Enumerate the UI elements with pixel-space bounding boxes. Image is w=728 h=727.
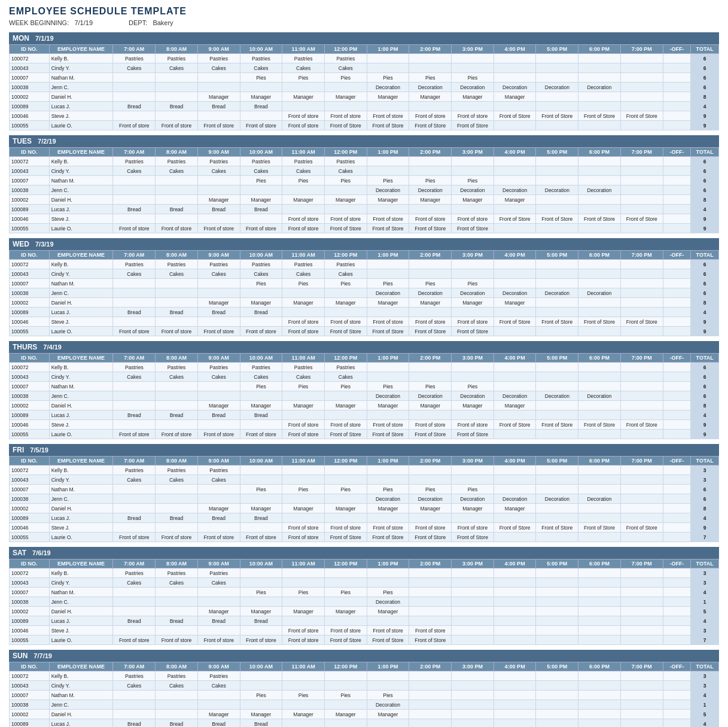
col-header-5: 10:00 AM — [240, 662, 282, 671]
col-header-13: 6:00 PM — [578, 148, 621, 157]
cell-3-14 — [620, 494, 663, 504]
app-title: EMPLOYEE SCHEDULE TEMPLATE — [9, 6, 719, 17]
cell-0-8 — [367, 54, 409, 63]
cell-6-14: Front of Store — [620, 523, 663, 533]
cell-7-10: Front of Store — [452, 533, 494, 542]
col-header-16: TOTAL — [691, 45, 719, 54]
cell-4-3 — [156, 298, 198, 308]
cell-2-13 — [578, 588, 621, 597]
col-header-6: 11:00 AM — [282, 148, 325, 157]
col-header-2: 7:00 AM — [113, 251, 156, 260]
cell-3-4 — [197, 83, 240, 92]
cell-0-10 — [452, 568, 494, 578]
table-row: 100089Lucas J.BreadBreadBreadBread4 — [10, 513, 719, 523]
cell-4-6: Manager — [282, 298, 325, 308]
table-row: 100043Cindy Y.CakesCakesCakesCakesCakesC… — [10, 63, 719, 73]
col-header-16: TOTAL — [691, 457, 719, 466]
cell-3-2 — [113, 700, 156, 710]
cell-1-6 — [282, 578, 325, 588]
cell-7-13 — [578, 121, 621, 130]
col-header-8: 1:00 PM — [367, 251, 409, 260]
cell-3-12: Decoration — [536, 391, 578, 401]
cell-5-10 — [452, 719, 494, 728]
cell-7-3: Front of store — [156, 533, 198, 542]
table-row: 100002Daniel H.ManagerManagerManagerMana… — [10, 298, 719, 308]
cell-3-7 — [324, 700, 367, 710]
cell-5-11 — [494, 513, 536, 523]
cell-0-14 — [620, 157, 663, 166]
cell-2-14 — [620, 73, 663, 83]
week-label: WEEK BEGINNING: — [9, 19, 69, 26]
cell-3-10: Decoration — [452, 288, 494, 298]
cell-1-9 — [409, 269, 452, 279]
cell-5-11 — [494, 308, 536, 317]
cell-3-15 — [663, 700, 691, 710]
cell-5-1: Lucas J. — [49, 205, 113, 214]
cell-3-11 — [494, 700, 536, 710]
day-label: FRI — [13, 446, 24, 454]
cell-5-10 — [452, 616, 494, 626]
cell-1-14 — [620, 166, 663, 176]
cell-5-4: Bread — [197, 308, 240, 317]
col-header-2: 7:00 AM — [113, 662, 156, 671]
cell-4-0: 100002 — [10, 92, 50, 102]
cell-0-13 — [578, 157, 621, 166]
cell-2-9: Pies — [409, 382, 452, 391]
cell-3-2 — [113, 185, 156, 195]
cell-0-9 — [409, 568, 452, 578]
cell-5-13 — [578, 616, 621, 626]
col-header-10: 3:00 PM — [452, 662, 494, 671]
cell-6-14: Front of Store — [620, 317, 663, 327]
cell-5-9 — [409, 102, 452, 111]
cell-3-10: Decoration — [452, 391, 494, 401]
cell-1-12 — [536, 578, 578, 588]
cell-5-6 — [282, 719, 325, 728]
cell-7-11 — [494, 327, 536, 336]
cell-0-1: Kelly B. — [49, 671, 113, 681]
table-row: 100089Lucas J.BreadBreadBreadBread4 — [10, 410, 719, 420]
cell-4-5: Manager — [240, 298, 282, 308]
cell-2-12 — [536, 588, 578, 597]
cell-6-8: Front of store — [367, 111, 409, 121]
cell-1-1: Cindy Y. — [49, 63, 113, 73]
col-header-11: 4:00 PM — [494, 457, 536, 466]
cell-4-16: 8 — [691, 504, 719, 513]
cell-2-2 — [113, 485, 156, 494]
cell-0-6 — [282, 671, 325, 681]
cell-3-9: Decoration — [409, 391, 452, 401]
cell-3-3 — [156, 700, 198, 710]
cell-0-13 — [578, 54, 621, 63]
cell-1-7: Cakes — [324, 372, 367, 382]
cell-6-15 — [663, 317, 691, 327]
cell-0-10 — [452, 54, 494, 63]
cell-2-14 — [620, 279, 663, 288]
cell-4-7: Manager — [324, 298, 367, 308]
cell-0-0: 100072 — [10, 54, 50, 63]
cell-7-4: Front of store — [197, 533, 240, 542]
cell-1-7 — [324, 681, 367, 691]
col-header-4: 9:00 AM — [197, 148, 240, 157]
cell-0-8 — [367, 671, 409, 681]
cell-7-12 — [536, 533, 578, 542]
table-row: 100046Steve J.Front of storeFront of sto… — [10, 214, 719, 224]
cell-7-6: Front of store — [282, 430, 325, 439]
cell-1-7 — [324, 578, 367, 588]
cell-1-0: 100043 — [10, 166, 50, 176]
cell-1-16: 3 — [691, 681, 719, 691]
day-label: SAT — [13, 549, 26, 557]
table-row: 100043Cindy Y.CakesCakesCakesCakesCakesC… — [10, 372, 719, 382]
cell-5-14 — [620, 513, 663, 523]
col-header-6: 11:00 AM — [282, 45, 325, 54]
col-header-15: -OFF- — [663, 662, 691, 671]
cell-7-11 — [494, 635, 536, 645]
cell-4-10: Manager — [452, 401, 494, 410]
cell-3-13: Decoration — [578, 288, 621, 298]
cell-7-10: Front of Store — [452, 430, 494, 439]
cell-1-1: Cindy Y. — [49, 475, 113, 485]
cell-3-13: Decoration — [578, 391, 621, 401]
cell-6-11: Front of Store — [494, 317, 536, 327]
cell-4-5: Manager — [240, 607, 282, 616]
cell-0-2: Pastries — [113, 260, 156, 269]
cell-5-7 — [324, 410, 367, 420]
cell-4-2 — [113, 401, 156, 410]
